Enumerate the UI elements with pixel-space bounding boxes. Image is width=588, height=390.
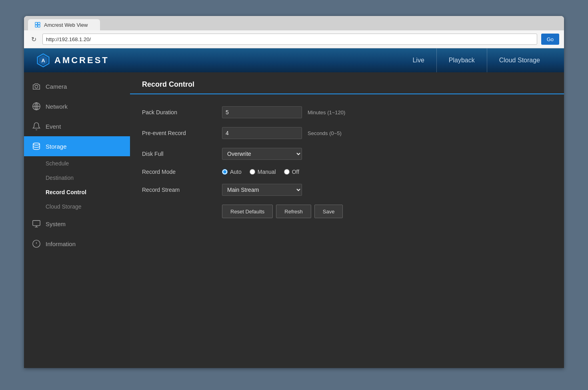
- save-button[interactable]: Save: [314, 205, 343, 218]
- sidebar-item-camera[interactable]: Camera: [24, 76, 130, 96]
- storage-icon: [32, 142, 41, 151]
- pack-duration-input[interactable]: [222, 106, 302, 118]
- form-area: Pack Duration Minutes (1~120) Pre-event …: [130, 94, 564, 230]
- sidebar-item-system[interactable]: System: [24, 214, 130, 234]
- sidebar-sub-destination[interactable]: Destination: [24, 171, 130, 185]
- url-bar[interactable]: [42, 34, 537, 45]
- record-mode-label: Record Mode: [142, 169, 222, 175]
- svg-rect-2: [35, 25, 37, 27]
- svg-rect-0: [35, 22, 37, 24]
- page-header: Record Control: [130, 72, 564, 94]
- tab-bar: Amcrest Web View: [24, 16, 564, 30]
- record-mode-off-label[interactable]: Off: [284, 169, 299, 175]
- pre-event-input[interactable]: [222, 127, 302, 139]
- record-mode-row: Record Mode Auto Manual: [142, 169, 552, 175]
- disk-full-label: Disk Full: [142, 151, 222, 157]
- pre-event-row: Pre-event Record Seconds (0~5): [142, 127, 552, 139]
- content-area: Record Control Pack Duration Minutes (1~…: [130, 72, 564, 368]
- record-mode-off-radio[interactable]: [284, 169, 290, 175]
- info-icon: [32, 239, 41, 248]
- svg-rect-13: [33, 221, 40, 226]
- pre-event-label: Pre-event Record: [142, 130, 222, 136]
- page-title: Record Control: [142, 80, 552, 94]
- record-mode-auto-label[interactable]: Auto: [222, 169, 242, 175]
- sidebar-label-event: Event: [46, 123, 61, 130]
- disk-full-row: Disk Full Overwrite Stop Recording: [142, 148, 552, 160]
- svg-rect-3: [38, 25, 40, 27]
- refresh-button[interactable]: Refresh: [276, 205, 311, 218]
- record-mode-auto-radio[interactable]: [222, 169, 228, 175]
- nav-cloud-storage[interactable]: Cloud Storage: [487, 48, 552, 72]
- record-mode-off-text: Off: [292, 169, 299, 175]
- nav-playback[interactable]: Playback: [436, 48, 487, 72]
- sidebar: Camera Network: [24, 72, 130, 368]
- record-mode-radio-group: Auto Manual Off: [222, 169, 299, 175]
- sidebar-item-storage[interactable]: Storage: [24, 136, 130, 156]
- logo-text: AMCREST: [54, 55, 109, 66]
- pack-duration-label: Pack Duration: [142, 109, 222, 115]
- main-layout: Camera Network: [24, 72, 564, 368]
- disk-full-select[interactable]: Overwrite Stop Recording: [222, 148, 302, 160]
- sidebar-label-system: System: [46, 221, 66, 227]
- pack-duration-hint: Minutes (1~120): [308, 109, 345, 115]
- sidebar-item-network[interactable]: Network: [24, 96, 130, 116]
- app-wrapper: A AMCREST Live Playback Cloud Storage: [24, 48, 564, 368]
- camera-icon: [32, 82, 41, 91]
- button-row: Reset Defaults Refresh Save: [222, 205, 552, 218]
- record-mode-manual-radio[interactable]: [250, 169, 255, 175]
- go-button[interactable]: Go: [541, 34, 559, 45]
- record-mode-manual-text: Manual: [258, 169, 276, 175]
- tab-icon: [34, 22, 41, 28]
- sidebar-item-information[interactable]: Information: [24, 234, 130, 254]
- event-icon: [32, 122, 41, 131]
- system-icon: [32, 219, 41, 228]
- tab-title: Amcrest Web View: [44, 22, 88, 28]
- sidebar-label-network: Network: [46, 103, 68, 110]
- svg-rect-1: [38, 22, 40, 24]
- app-header: A AMCREST Live Playback Cloud Storage: [24, 48, 564, 72]
- network-icon: [32, 102, 41, 111]
- logo-area: A AMCREST: [36, 53, 109, 68]
- svg-point-12: [33, 143, 40, 145]
- record-mode-manual-label[interactable]: Manual: [250, 169, 276, 175]
- sidebar-label-information: Information: [46, 241, 76, 247]
- sidebar-item-event[interactable]: Event: [24, 116, 130, 136]
- sidebar-sub-schedule[interactable]: Schedule: [24, 156, 130, 171]
- record-mode-auto-text: Auto: [230, 169, 242, 175]
- record-stream-row: Record Stream Main Stream Sub Stream: [142, 184, 552, 196]
- pre-event-hint: Seconds (0~5): [308, 130, 342, 136]
- main-nav: Live Playback Cloud Storage: [400, 48, 552, 72]
- reset-defaults-button[interactable]: Reset Defaults: [222, 205, 273, 218]
- svg-point-7: [35, 85, 38, 88]
- nav-live[interactable]: Live: [400, 48, 436, 72]
- sidebar-label-storage: Storage: [46, 143, 67, 150]
- svg-text:A: A: [41, 58, 45, 64]
- pack-duration-row: Pack Duration Minutes (1~120): [142, 106, 552, 118]
- sidebar-label-camera: Camera: [46, 83, 67, 90]
- sidebar-sub-record-control[interactable]: Record Control: [24, 185, 130, 199]
- record-stream-select[interactable]: Main Stream Sub Stream: [222, 184, 302, 196]
- browser-toolbar: ↻ Go: [24, 30, 564, 48]
- logo-icon: A: [36, 53, 50, 68]
- browser-refresh-button[interactable]: ↻: [29, 34, 38, 44]
- sidebar-sub-cloud-storage[interactable]: Cloud Storage: [24, 199, 130, 214]
- browser-tab[interactable]: Amcrest Web View: [28, 19, 100, 30]
- record-stream-label: Record Stream: [142, 187, 222, 193]
- browser-window: Amcrest Web View ↻ Go A AMCREST Live Pla…: [24, 16, 564, 368]
